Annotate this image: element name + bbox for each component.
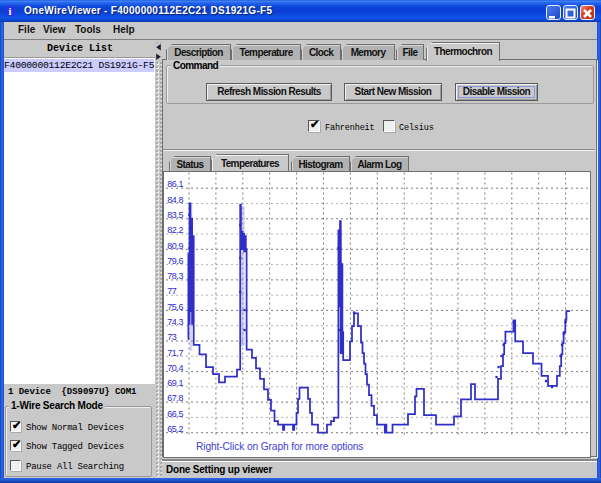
svg-text:73: 73 [167, 332, 177, 342]
svg-text:69.1: 69.1 [167, 378, 183, 388]
svg-text:70.4: 70.4 [167, 363, 183, 373]
svg-text:83.5: 83.5 [167, 210, 183, 220]
svg-text:66.5: 66.5 [167, 409, 183, 419]
svg-text:74.3: 74.3 [167, 317, 183, 327]
svg-text:65.2: 65.2 [167, 424, 183, 434]
svg-text:71.7: 71.7 [167, 348, 183, 358]
svg-text:82.2: 82.2 [167, 225, 183, 235]
svg-text:78.3: 78.3 [167, 271, 183, 281]
svg-text:79.6: 79.6 [167, 256, 183, 266]
svg-text:77: 77 [167, 286, 177, 296]
svg-text:75.6: 75.6 [167, 302, 183, 312]
svg-text:67.8: 67.8 [167, 393, 183, 403]
svg-text:80.9: 80.9 [167, 241, 183, 251]
svg-text:86.1: 86.1 [167, 179, 183, 189]
svg-text:84.8: 84.8 [167, 195, 183, 205]
